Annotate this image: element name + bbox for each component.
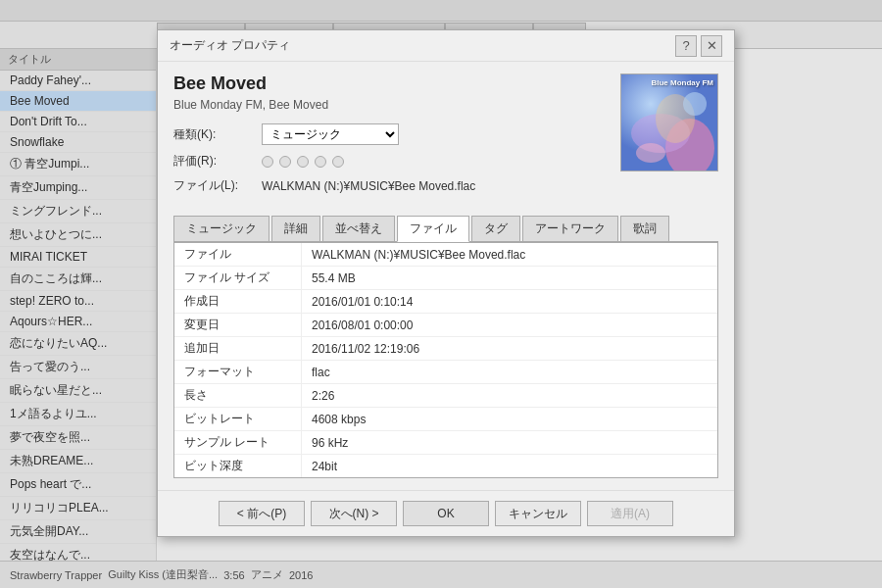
dialog-title-buttons: ? ✕ <box>675 35 722 57</box>
rating-dot-3[interactable] <box>297 156 309 168</box>
tab-music[interactable]: ミュージック <box>173 216 270 241</box>
album-art-label: Blue Monday FM <box>651 78 713 87</box>
prop-val-1: 55.4 MB <box>302 269 366 288</box>
apply-button[interactable]: 適用(A) <box>587 501 673 526</box>
file-value: WALKMAN (N:)¥MUSIC¥Bee Moved.flac <box>262 179 475 193</box>
prop-row-5: フォーマット flac <box>174 361 717 384</box>
file-field-row: ファイル(L): WALKMAN (N:)¥MUSIC¥Bee Moved.fl… <box>173 177 605 194</box>
dialog-title-text: オーディオ プロパティ <box>170 37 290 54</box>
prop-key-5: フォーマット <box>174 361 302 383</box>
prop-val-5: flac <box>302 363 340 382</box>
song-info: Bee Moved Blue Monday FM, Bee Moved 種類(K… <box>173 74 605 202</box>
prop-row-2: 作成日 2016/01/01 0:10:14 <box>174 290 717 314</box>
type-label: 種類(K): <box>173 126 262 143</box>
prop-row-0: ファイル WALKMAN (N:)¥MUSIC¥Bee Moved.flac <box>174 243 717 267</box>
prop-val-4: 2016/11/02 12:19:06 <box>302 339 429 359</box>
rating-dot-1[interactable] <box>262 156 273 168</box>
tab-sort[interactable]: 並べ替え <box>322 216 395 241</box>
rating-dots <box>262 156 344 168</box>
prop-row-3: 変更日 2016/08/01 0:00:00 <box>174 314 717 337</box>
prop-key-8: サンプル レート <box>174 431 302 454</box>
tab-artwork[interactable]: アートワーク <box>522 216 618 241</box>
prop-row-4: 追加日 2016/11/02 12:19:06 <box>174 337 717 361</box>
song-title: Bee Moved <box>173 74 605 94</box>
prop-key-4: 追加日 <box>174 337 302 360</box>
tab-lyrics[interactable]: 歌詞 <box>620 216 669 241</box>
rating-field-row: 評価(R): <box>173 153 605 170</box>
prop-val-8: 96 kHz <box>302 433 358 453</box>
prop-key-1: ファイル サイズ <box>174 267 302 289</box>
song-header: Bee Moved Blue Monday FM, Bee Moved 種類(K… <box>173 74 718 202</box>
rating-dot-5[interactable] <box>332 156 344 168</box>
prop-row-1: ファイル サイズ 55.4 MB <box>174 267 717 290</box>
dialog-overlay: オーディオ プロパティ ? ✕ Bee Moved Blue Monday FM… <box>0 0 882 588</box>
audio-properties-dialog: オーディオ プロパティ ? ✕ Bee Moved Blue Monday FM… <box>157 29 735 537</box>
rating-label: 評価(R): <box>173 153 262 170</box>
prop-key-6: 長さ <box>174 384 302 407</box>
rating-dot-2[interactable] <box>279 156 291 168</box>
type-field-row: 種類(K): ミュージックポッドキャストオーディオブック <box>173 123 605 145</box>
cancel-button[interactable]: キャンセル <box>495 501 581 526</box>
album-art-svg <box>621 74 718 172</box>
prop-row-9: ビット深度 24bit <box>174 455 717 477</box>
prop-val-2: 2016/01/01 0:10:14 <box>302 292 422 312</box>
dialog-footer: < 前へ(P) 次へ(N) > OK キャンセル 適用(A) <box>158 490 734 536</box>
prop-key-0: ファイル <box>174 243 302 266</box>
dialog-titlebar: オーディオ プロパティ ? ✕ <box>158 30 734 62</box>
type-select[interactable]: ミュージックポッドキャストオーディオブック <box>262 123 399 145</box>
tab-tag[interactable]: タグ <box>471 216 520 241</box>
help-button[interactable]: ? <box>675 35 697 57</box>
dialog-body: Bee Moved Blue Monday FM, Bee Moved 種類(K… <box>158 62 734 490</box>
prop-val-6: 2:26 <box>302 386 344 406</box>
song-subtitle: Blue Monday FM, Bee Moved <box>173 98 605 112</box>
prop-key-7: ビットレート <box>174 408 302 430</box>
tab-detail[interactable]: 詳細 <box>271 216 320 241</box>
prop-val-0: WALKMAN (N:)¥MUSIC¥Bee Moved.flac <box>302 245 535 265</box>
dialog-tabs: ミュージック 詳細 並べ替え ファイル タグ アートワーク 歌詞 <box>173 216 718 242</box>
svg-point-4 <box>683 92 707 116</box>
prop-key-3: 変更日 <box>174 314 302 336</box>
type-select-wrapper: ミュージックポッドキャストオーディオブック <box>262 123 399 145</box>
properties-table: ファイル WALKMAN (N:)¥MUSIC¥Bee Moved.flac フ… <box>173 242 718 478</box>
prev-button[interactable]: < 前へ(P) <box>219 501 305 526</box>
prop-val-9: 24bit <box>302 457 347 476</box>
prop-row-7: ビットレート 4608 kbps <box>174 408 717 431</box>
prop-val-3: 2016/08/01 0:00:00 <box>302 316 422 335</box>
prop-key-9: ビット深度 <box>174 455 302 477</box>
prop-row-6: 長さ 2:26 <box>174 384 717 408</box>
prop-key-2: 作成日 <box>174 290 302 313</box>
ok-button[interactable]: OK <box>403 501 489 526</box>
rating-dot-4[interactable] <box>315 156 326 168</box>
tab-file[interactable]: ファイル <box>397 216 469 242</box>
close-button[interactable]: ✕ <box>701 35 722 57</box>
prop-val-7: 4608 kbps <box>302 410 375 429</box>
prop-row-8: サンプル レート 96 kHz <box>174 431 717 455</box>
svg-point-5 <box>636 143 665 163</box>
file-label: ファイル(L): <box>173 177 262 194</box>
next-button[interactable]: 次へ(N) > <box>311 501 397 526</box>
album-art: Blue Monday FM <box>620 74 718 172</box>
